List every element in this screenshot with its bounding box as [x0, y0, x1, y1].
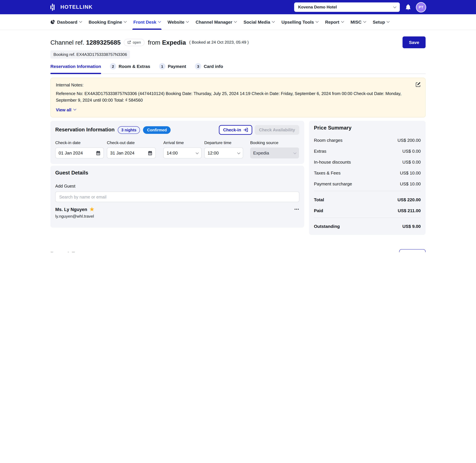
nav-label: Booking Engine — [89, 19, 122, 24]
booking-source-value: Expedia — [253, 151, 269, 155]
chevron-down-icon — [196, 151, 199, 154]
price-summary-card: Price Summary Room chargesUS$ 200.00 Ext… — [309, 121, 426, 235]
tab-count-badge: 2 — [110, 63, 116, 70]
divider — [314, 191, 421, 191]
tab-reservation-information[interactable]: Reservation Information — [50, 63, 101, 73]
tab-label: Card info — [204, 64, 223, 69]
tab-card-info[interactable]: 3Card info — [195, 63, 223, 73]
chevron-down-icon — [272, 20, 275, 23]
departure-time-value: 12:00 — [207, 151, 219, 155]
price-outstanding-row: OutstandingUS$ 9.00 — [314, 224, 421, 229]
guest-search-input[interactable] — [55, 192, 299, 202]
channel-name: Expedia — [162, 39, 186, 46]
bell-icon[interactable] — [406, 4, 411, 10]
nav-label: Channel Manager — [196, 19, 232, 24]
room-extras-title: Room & Extras — [50, 251, 87, 252]
departure-time-select[interactable]: 12:00 — [204, 148, 243, 159]
save-button[interactable]: Save — [403, 36, 426, 48]
divider — [314, 218, 421, 218]
nav-item-channel-manager[interactable]: Channel Manager — [196, 14, 236, 30]
nav-label: MISC — [350, 19, 362, 24]
status-badge: Confirmed — [143, 126, 171, 134]
open-channel-button[interactable]: open — [124, 39, 144, 46]
check-in-button[interactable]: Check-in — [219, 125, 252, 135]
nav-item-website[interactable]: Website — [168, 14, 189, 30]
checkout-date-value: 31 Jan 2024 — [110, 151, 135, 155]
price-row: In-house discountsUS$ 0.00 — [314, 160, 421, 165]
chevron-down-icon — [79, 20, 82, 23]
price-row: Taxes & FeesUS$ 10.00 — [314, 171, 421, 176]
hotel-selector-value: Kovena Demo Hotel — [298, 5, 337, 9]
page-title-source: from Expedia — [148, 39, 186, 46]
tab-payment[interactable]: 1Payment — [159, 63, 186, 73]
nav-item-front-desk[interactable]: Front Desk — [133, 14, 161, 30]
booking-ref-badge: Booking ref. EX4A3D1753338757N3306 — [50, 50, 130, 59]
internal-notes-title: Internal Notes: — [56, 83, 420, 87]
chevron-down-icon — [234, 20, 237, 23]
hotel-selector[interactable]: Kovena Demo Hotel — [294, 2, 400, 12]
tab-label: Room & Extras — [119, 64, 150, 69]
price-paid-row: PaidUS$ 211.00 — [314, 208, 421, 213]
room-extras-action-button[interactable]: Action — [399, 249, 426, 252]
add-guest-label: Add Guest — [55, 184, 299, 188]
nav-item-report[interactable]: Report — [325, 14, 344, 30]
arrival-time-label: Arrival time — [163, 141, 201, 145]
main-nav: Dasboard Booking Engine Front Desk Websi… — [0, 14, 476, 30]
checkin-date-input[interactable]: 01 Jan 2024 — [55, 148, 104, 159]
check-availability-button[interactable]: Check Availability — [255, 125, 299, 135]
booking-source-label: Booking source — [250, 141, 299, 145]
nav-label: Upselling Tools — [281, 19, 314, 24]
edit-notes-icon[interactable] — [415, 82, 421, 87]
nav-item-social-media[interactable]: Social Media — [243, 14, 274, 30]
chevron-down-icon — [186, 20, 189, 23]
brand-logo[interactable]: HOTELLINK — [50, 3, 93, 11]
arrival-time-select[interactable]: 14:00 — [163, 148, 201, 159]
nav-item-upselling-tools[interactable]: Upselling Tools — [281, 14, 318, 30]
tab-room-extras[interactable]: 2Room & Extras — [110, 63, 150, 73]
app-viewport: HOTELLINK Kovena Demo Hotel PT — [0, 0, 476, 252]
hotellink-logo-icon — [50, 3, 58, 11]
booking-source-select: Expedia — [250, 148, 299, 159]
internal-notes-panel: Internal Notes: Reference No: EX4A3D1753… — [50, 78, 426, 117]
nav-item-setup[interactable]: Setup — [373, 14, 389, 30]
brand-name: HOTELLINK — [61, 4, 93, 10]
guest-menu-icon[interactable]: ••• — [294, 208, 299, 211]
nav-label: Dasboard — [57, 19, 77, 24]
nav-label: Social Media — [243, 19, 270, 24]
calendar-icon — [148, 151, 153, 155]
chevron-down-icon — [393, 5, 396, 8]
nav-item-dashboard[interactable]: Dasboard — [50, 14, 82, 30]
view-all-link[interactable]: View all — [56, 107, 76, 112]
tab-label: Payment — [168, 64, 186, 69]
guest-name: Ms. Ly Nguyen ★ — [55, 207, 94, 212]
tab-bar: Reservation Information 2Room & Extras 1… — [50, 63, 426, 74]
chevron-down-icon — [363, 20, 366, 23]
checkin-date-value: 01 Jan 2024 — [59, 151, 83, 155]
chevron-down-icon — [73, 107, 76, 111]
page-title: Channel ref. 1289325685 — [50, 39, 121, 46]
tab-count-badge: 1 — [159, 63, 165, 70]
price-total-row: TotalUS$ 220.00 — [314, 197, 421, 202]
chevron-down-icon — [158, 20, 161, 23]
reservation-information-card: Reservation Information 3 nights Confirm… — [50, 121, 304, 164]
channel-ref: 1289325685 — [86, 39, 121, 46]
price-row: ExtrasUS$ 0.00 — [314, 149, 421, 153]
tab-count-badge: 3 — [195, 63, 201, 70]
pie-chart-icon — [50, 20, 55, 24]
topbar: HOTELLINK Kovena Demo Hotel PT — [0, 0, 476, 14]
nav-item-booking-engine[interactable]: Booking Engine — [89, 14, 126, 30]
reservation-card-title: Reservation Information — [55, 127, 115, 133]
chevron-down-icon — [293, 151, 296, 154]
checkout-date-input[interactable]: 31 Jan 2024 — [107, 148, 156, 159]
chevron-down-icon — [315, 20, 318, 23]
nav-label: Front Desk — [133, 19, 156, 24]
nav-item-misc[interactable]: MISC — [350, 14, 366, 30]
avatar[interactable]: PT — [416, 3, 426, 12]
internal-notes-body: Reference No: EX4A3D1753338757N3306 (447… — [56, 90, 420, 103]
chevron-down-icon — [237, 151, 240, 154]
nights-badge: 3 nights — [118, 126, 140, 134]
booked-at-text: ( Booked at 24 Oct 2023, 05:49 ) — [189, 40, 249, 45]
nav-label: Website — [168, 19, 184, 24]
guest-details-card: Guest Details Add Guest Ms. Ly Nguyen ★ … — [50, 166, 304, 228]
login-arrow-icon — [243, 128, 248, 132]
